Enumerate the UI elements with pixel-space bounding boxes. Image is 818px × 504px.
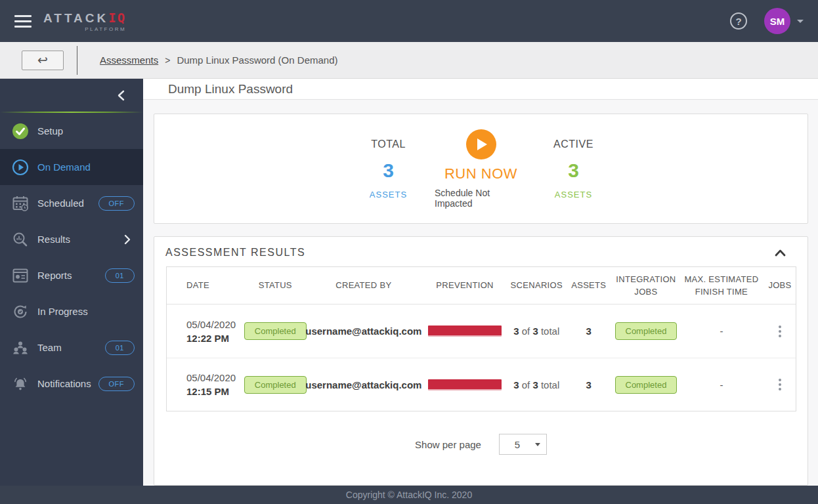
of-word: of [522,379,530,390]
chevron-down-icon [797,20,804,23]
column-header-max-estimated-finish-time: MAX. ESTIMATED FINISH TIME [679,273,764,299]
sidebar-item-reports[interactable]: Reports 01 [0,257,143,293]
created-by-cell: username@attackiq.com [307,379,421,390]
sidebar-item-label: Reports [37,270,72,281]
active-unit: ASSETS [555,190,592,200]
created-by-value: username@attackiq.com [305,379,421,390]
sidebar-item-label: In Progress [37,306,88,317]
collapse-section-icon[interactable] [775,249,786,257]
sidebar-item-setup[interactable]: Setup [0,113,143,149]
column-header-assets: ASSETS [564,279,613,292]
report-icon [12,267,29,284]
total-word: total [541,379,559,390]
sidebar: Setup On Demand Schedul [0,79,143,486]
column-header-integration-jobs: INTEGRATION JOBS [613,273,679,299]
avatar[interactable]: SM [764,8,790,34]
table-row[interactable]: 05/04/2020 12:22 PM Completed username@a… [167,304,796,358]
show-per-page-label: Show per page [415,439,481,450]
summary-card: TOTAL 3 ASSETS RUN NOW Schedule Not Impa… [154,114,808,224]
play-icon[interactable] [466,129,496,159]
time-value: 12:15 PM [186,386,229,397]
date-value: 05/04/2020 [186,372,236,383]
prevention-bar [428,379,502,390]
notifications-off-badge: OFF [98,377,135,391]
sidebar-item-in-progress[interactable]: In Progress [0,293,143,329]
scenarios-total: 3 [532,326,538,337]
breadcrumb-current: Dump Linux Password (On Demand) [177,54,337,66]
scenarios-done: 3 [513,379,519,390]
breadcrumb-bar: ↩ Assessments > Dump Linux Password (On … [0,42,818,79]
total-unit: ASSETS [370,190,407,200]
status-badge: Completed [244,376,307,394]
max-finish-cell: - [679,326,764,337]
run-now-button[interactable]: RUN NOW Schedule Not Impacted [435,129,527,209]
sidebar-item-on-demand[interactable]: On Demand [0,149,143,185]
divider [77,46,77,75]
copyright-text: Copyright © AttackIQ Inc. 2020 [346,490,472,500]
check-circle-icon [12,123,29,140]
of-word: of [522,326,530,337]
run-now-subtext: Schedule Not Impacted [435,188,527,209]
sidebar-collapse-icon[interactable] [118,90,129,101]
scenarios-cell: 3 of 3 total [509,326,564,337]
assessment-results-card: ASSESSMENT RESULTS DATE STATUS CREATED B… [154,236,808,486]
created-by-cell: username@attackiq.com [307,326,421,337]
sidebar-item-label: Scheduled [37,198,84,209]
table-header-row: DATE STATUS CREATED BY PREVENTION SCENAR… [167,267,796,304]
max-finish-value: - [720,326,723,337]
back-button[interactable]: ↩ [22,51,64,70]
breadcrumb-separator: > [165,55,170,66]
pagination: Show per page 5 [154,434,807,455]
user-menu[interactable]: SM [764,8,804,34]
status-cell: Completed [244,322,307,340]
breadcrumb-link-assessments[interactable]: Assessments [100,54,158,66]
assets-value: 3 [586,379,592,390]
column-header-date: DATE [167,279,244,292]
menu-icon[interactable] [14,15,32,28]
team-icon [12,339,29,356]
back-arrow-icon: ↩ [37,54,48,66]
magnifier-chart-icon [12,231,29,248]
date-cell: 05/04/2020 12:22 PM [167,319,244,344]
column-header-jobs: JOBS [764,279,796,292]
run-now-label: RUN NOW [444,165,517,182]
avatar-initials: SM [770,16,785,27]
play-circle-icon [12,159,29,176]
column-header-status: STATUS [244,279,307,292]
sidebar-item-label: Notifications [37,378,91,389]
sidebar-item-scheduled[interactable]: Scheduled OFF [0,185,143,221]
sidebar-item-label: Results [37,234,70,245]
sidebar-item-results[interactable]: Results [0,221,143,257]
results-table: DATE STATUS CREATED BY PREVENTION SCENAR… [166,266,796,411]
sidebar-item-team[interactable]: Team 01 [0,329,143,366]
footer: Copyright © AttackIQ Inc. 2020 [0,486,818,504]
sidebar-item-label: On Demand [37,161,91,173]
help-glyph: ? [735,16,741,27]
total-label: TOTAL [371,138,406,150]
kebab-menu-icon[interactable] [775,322,785,341]
active-value: 3 [568,159,579,182]
date-value: 05/04/2020 [186,319,236,330]
assets-cell: 3 [564,326,613,337]
scenarios-total: 3 [532,379,538,390]
scheduled-off-badge: OFF [98,196,135,211]
brand-iq-text: IQ [108,10,126,25]
page-title: Dump Linux Password [168,82,293,96]
main-content: Dump Linux Password TOTAL 3 ASSETS RUN N… [143,79,818,486]
kebab-menu-icon[interactable] [775,375,785,394]
status-cell: Completed [244,376,307,394]
jobs-cell [764,322,796,341]
scenarios-cell: 3 of 3 total [509,379,564,390]
sidebar-item-notifications[interactable]: Notifications OFF [0,366,143,402]
top-app-bar: ATTACK IQ PLATFORM ? SM [0,0,818,42]
total-assets-block: TOTAL 3 ASSETS [342,138,435,200]
help-icon[interactable]: ? [730,12,747,30]
table-row[interactable]: 05/04/2020 12:15 PM Completed username@a… [167,358,796,411]
brand-platform-text: PLATFORM [85,26,126,32]
column-header-prevention: PREVENTION [421,279,509,292]
attackiq-logo: ATTACK IQ PLATFORM [43,10,126,32]
assets-value: 3 [586,326,592,337]
per-page-select[interactable]: 5 [499,434,547,455]
team-count-badge: 01 [105,341,135,355]
column-header-scenarios: SCENARIOS [509,279,564,292]
